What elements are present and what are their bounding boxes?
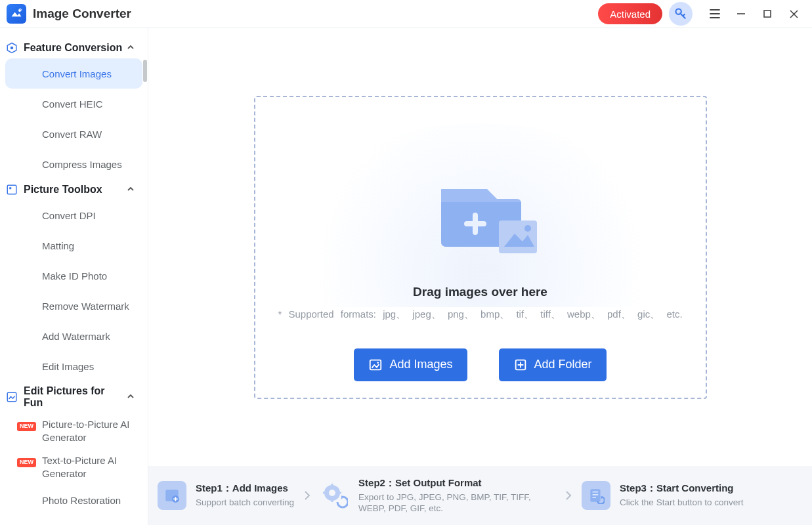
svg-point-0 xyxy=(18,9,21,12)
chevron-up-icon xyxy=(127,184,136,196)
svg-point-8 xyxy=(524,225,531,232)
step2-sub: Export to JPG, JPEG, PNG, BMP, TIF, TIFF… xyxy=(358,492,555,514)
sidebar-item-convert-raw[interactable]: Convert RAW xyxy=(5,119,142,149)
add-folder-label: Add Folder xyxy=(534,358,592,371)
step-2: Step2：Set Output Format Export to JPG, J… xyxy=(320,477,555,514)
step2-icon xyxy=(320,481,349,510)
close-icon xyxy=(789,9,799,19)
app-logo-icon xyxy=(7,4,26,24)
sidebar-item-label: Make ID Photo xyxy=(42,270,107,282)
section-header-feature-conversion[interactable]: Feature Conversion xyxy=(0,37,148,58)
add-folder-button[interactable]: Add Folder xyxy=(499,348,607,381)
license-key-button[interactable] xyxy=(669,2,693,26)
sidebar-item-label: Text-to-Picture AI Generator xyxy=(42,454,142,480)
svg-rect-16 xyxy=(590,489,600,502)
add-images-label: Add Images xyxy=(389,358,452,371)
sidebar-item-add-special-effects[interactable]: Add Special Effects xyxy=(5,515,142,525)
activated-button[interactable]: Activated xyxy=(598,3,662,24)
step1-title: Step1：Add Images xyxy=(196,482,294,495)
sidebar-item-photo-restoration[interactable]: Photo Restoration xyxy=(5,485,142,515)
sidebar-item-label: Remove Watermark xyxy=(42,301,129,312)
window-maximize-button[interactable] xyxy=(754,0,780,28)
svg-point-3 xyxy=(11,47,14,50)
sidebar-item-label: Convert RAW xyxy=(42,129,102,140)
section-label: Feature Conversion xyxy=(24,42,122,54)
maximize-icon xyxy=(763,9,772,18)
image-icon xyxy=(368,358,383,372)
svg-point-15 xyxy=(329,490,335,496)
svg-rect-2 xyxy=(764,10,771,17)
feature-conversion-icon xyxy=(5,41,18,54)
new-badge: NEW xyxy=(17,422,36,431)
dropzone-subtitle: * Supported formats: jpg、 jpeg、 png、 bmp… xyxy=(278,308,682,321)
sidebar: Feature Conversion Convert Images Conver… xyxy=(0,28,148,525)
sidebar-item-convert-heic[interactable]: Convert HEIC xyxy=(5,89,142,119)
step-chevron-icon xyxy=(555,489,582,502)
edit-for-fun-icon xyxy=(5,390,18,404)
menu-button[interactable] xyxy=(702,0,728,28)
sidebar-item-convert-dpi[interactable]: Convert DPI xyxy=(5,200,142,230)
key-icon xyxy=(674,7,687,20)
new-badge: NEW xyxy=(17,458,36,467)
step1-icon xyxy=(158,481,186,510)
sidebar-item-compress-images[interactable]: Compress Images xyxy=(5,149,142,179)
step-1: Step1：Add Images Support batch convertin… xyxy=(158,481,294,510)
sidebar-item-label: Convert Images xyxy=(42,68,112,79)
sidebar-item-label: Picture-to-Picture AI Generator xyxy=(42,418,142,444)
sidebar-item-matting[interactable]: Matting xyxy=(5,230,142,261)
sidebar-item-picture-to-picture-ai[interactable]: NEW Picture-to-Picture AI Generator xyxy=(5,413,142,449)
section-label: Edit Pictures for Fun xyxy=(24,385,127,409)
svg-rect-4 xyxy=(7,185,16,194)
sidebar-item-label: Add Watermark xyxy=(42,331,110,342)
sidebar-item-make-id-photo[interactable]: Make ID Photo xyxy=(5,261,142,291)
window-minimize-button[interactable] xyxy=(728,0,754,28)
sidebar-item-add-watermark[interactable]: Add Watermark xyxy=(5,321,142,351)
sidebar-item-convert-images[interactable]: Convert Images xyxy=(5,58,142,89)
sidebar-scrollbar-thumb[interactable] xyxy=(143,60,147,82)
sidebar-item-label: Convert DPI xyxy=(42,210,96,221)
dropzone-illustration xyxy=(297,123,664,307)
hamburger-icon xyxy=(709,8,721,20)
section-header-edit-pictures-for-fun[interactable]: Edit Pictures for Fun xyxy=(0,381,148,413)
sidebar-item-text-to-picture-ai[interactable]: NEW Text-to-Picture AI Generator xyxy=(5,449,142,485)
step3-icon xyxy=(582,481,610,510)
svg-rect-5 xyxy=(9,187,11,189)
step3-title: Step3：Start Converting xyxy=(620,482,743,495)
main-area: Drag images over here * Supported format… xyxy=(148,28,812,525)
sidebar-item-label: Edit Images xyxy=(42,361,94,372)
step2-title: Step2：Set Output Format xyxy=(358,477,555,490)
app-title: Image Converter xyxy=(33,7,131,21)
steps-bar: Step1：Add Images Support batch convertin… xyxy=(148,466,812,525)
sidebar-item-label: Matting xyxy=(42,240,74,251)
dropzone[interactable]: Drag images over here * Supported format… xyxy=(254,96,707,399)
svg-point-10 xyxy=(377,362,379,364)
activated-label: Activated xyxy=(610,9,651,20)
picture-toolbox-icon xyxy=(5,183,18,196)
step1-sub: Support batch converting xyxy=(196,497,294,509)
section-label: Picture Toolbox xyxy=(24,184,102,196)
folder-plus-icon xyxy=(513,358,528,372)
sidebar-item-label: Convert HEIC xyxy=(42,98,103,110)
sidebar-item-remove-watermark[interactable]: Remove Watermark xyxy=(5,291,142,321)
window-close-button[interactable] xyxy=(780,0,807,28)
section-header-picture-toolbox[interactable]: Picture Toolbox xyxy=(0,179,148,200)
add-images-button[interactable]: Add Images xyxy=(354,348,467,381)
step3-sub: Click the Start button to convert xyxy=(620,497,743,509)
sidebar-item-label: Compress Images xyxy=(42,159,122,170)
chevron-up-icon xyxy=(127,42,136,54)
chevron-up-icon xyxy=(127,391,136,403)
dropzone-title: Drag images over here xyxy=(413,285,547,299)
step-chevron-icon xyxy=(294,489,320,502)
minimize-icon xyxy=(736,9,746,19)
sidebar-item-label: Photo Restoration xyxy=(42,495,121,506)
sidebar-item-edit-images[interactable]: Edit Images xyxy=(5,351,142,381)
titlebar: Image Converter Activated xyxy=(0,0,812,28)
step-3: Step3：Start Converting Click the Start b… xyxy=(582,481,743,510)
